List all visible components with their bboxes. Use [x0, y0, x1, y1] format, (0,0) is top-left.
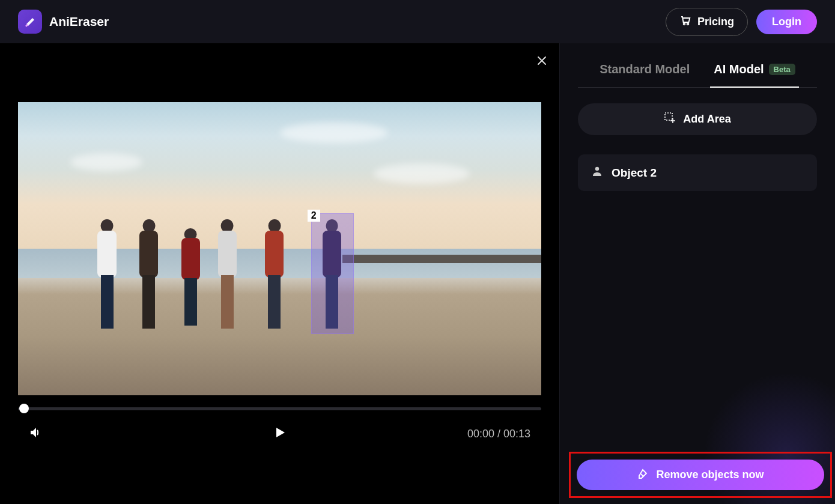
cloud: [70, 153, 142, 171]
volume-icon[interactable]: [29, 425, 43, 442]
remove-highlight-box: Remove objects now: [569, 452, 832, 498]
app-header: AniEraser Pricing Login: [0, 0, 835, 43]
logo-area: AniEraser: [18, 10, 109, 34]
tab-standard-model[interactable]: Standard Model: [600, 55, 690, 87]
person-4: [211, 219, 243, 330]
add-area-label: Add Area: [683, 113, 730, 126]
person-2: [133, 219, 165, 330]
time-current: 00:00: [467, 428, 494, 440]
close-icon[interactable]: [536, 55, 547, 69]
play-icon[interactable]: [273, 426, 287, 442]
player-controls: 00:00 / 00:13: [18, 425, 541, 442]
app-name: AniEraser: [49, 14, 109, 29]
cloud: [374, 163, 470, 184]
timeline-track[interactable]: [18, 407, 541, 410]
timeline[interactable]: [18, 405, 541, 412]
tab-ai-model[interactable]: AI Model Beta: [714, 55, 795, 87]
object-card[interactable]: Object 2: [578, 154, 817, 191]
eraser-icon: [637, 467, 649, 482]
svg-point-3: [595, 167, 599, 171]
time-total: 00:13: [503, 428, 530, 440]
logo-icon: [18, 10, 42, 34]
person-icon: [591, 165, 603, 180]
svg-point-0: [684, 23, 685, 25]
person-5: [259, 219, 290, 330]
remove-label: Remove objects now: [656, 469, 764, 481]
pricing-button[interactable]: Pricing: [666, 8, 748, 36]
cloud: [280, 123, 388, 143]
add-area-button[interactable]: Add Area: [578, 103, 817, 135]
selection-box[interactable]: [311, 213, 354, 333]
person-3: [175, 228, 206, 328]
svg-point-1: [687, 23, 689, 25]
pricing-label: Pricing: [697, 16, 734, 28]
svg-rect-2: [665, 113, 672, 120]
add-area-icon: [664, 112, 676, 127]
content-area: 2 00:00 / 00:13: [0, 43, 835, 504]
time-separator: /: [497, 428, 503, 440]
header-actions: Pricing Login: [666, 8, 817, 36]
object-label: Object 2: [612, 166, 657, 180]
jetty-region: [342, 255, 541, 264]
side-panel: Standard Model AI Model Beta Add Area: [559, 43, 835, 504]
preview-panel: 2 00:00 / 00:13: [0, 43, 559, 504]
cart-icon: [679, 14, 691, 29]
model-tabs: Standard Model AI Model Beta: [578, 55, 817, 88]
person-1: [91, 219, 123, 330]
timeline-thumb[interactable]: [19, 404, 29, 413]
beta-badge: Beta: [769, 64, 795, 75]
selection-number-label: 2: [308, 210, 320, 222]
time-display: 00:00 / 00:13: [467, 428, 530, 440]
remove-objects-button[interactable]: Remove objects now: [577, 460, 824, 490]
login-button[interactable]: Login: [756, 10, 817, 34]
tab-standard-label: Standard Model: [600, 62, 690, 76]
video-frame[interactable]: 2: [18, 102, 541, 395]
tab-ai-label: AI Model: [714, 62, 764, 76]
